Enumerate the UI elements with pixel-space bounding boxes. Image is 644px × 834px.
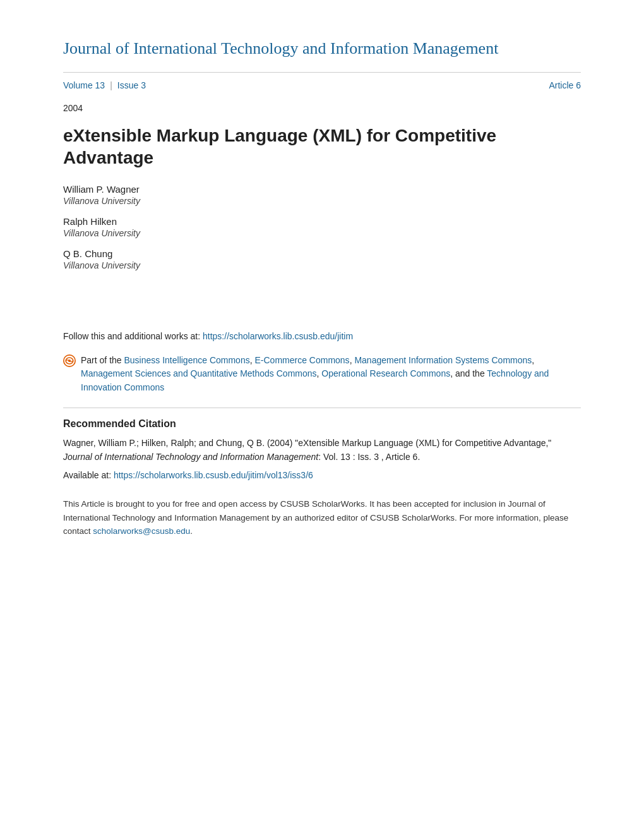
- citation-divider: [63, 408, 581, 408]
- volume-link[interactable]: Volume 13: [63, 80, 105, 90]
- contact-email-link[interactable]: scholarworks@csusb.edu: [93, 526, 190, 536]
- meta-row: Volume 13 | Issue 3 Article 6: [63, 80, 581, 90]
- business-intelligence-commons-link[interactable]: Business Intelligence Commons: [124, 355, 249, 365]
- citation-available: Available at: https://scholarworks.lib.c…: [63, 468, 581, 482]
- author-2: Ralph Hilken Villanova University: [63, 216, 581, 238]
- footer-text: This Article is brought to you for free …: [63, 497, 581, 538]
- article-number: Article 6: [549, 80, 581, 90]
- operational-research-commons-link[interactable]: Operational Research Commons: [321, 368, 450, 378]
- follow-link[interactable]: https://scholarworks.lib.csusb.edu/jitim: [203, 331, 353, 341]
- author-3-name: Q B. Chung: [63, 248, 581, 259]
- ecommerce-commons-link[interactable]: E-Commerce Commons: [254, 355, 349, 365]
- part-of-row: Part of the Business Intelligence Common…: [63, 354, 581, 395]
- citation-text-before: Wagner, William P.; Hilken, Ralph; and C…: [63, 438, 551, 448]
- comma-3: ,: [532, 355, 534, 365]
- author-1: William P. Wagner Villanova University: [63, 184, 581, 206]
- footer-period: .: [190, 526, 193, 536]
- citation-journal-title: Journal of International Technology and …: [63, 452, 318, 462]
- author-2-name: Ralph Hilken: [63, 216, 581, 227]
- author-3-affiliation: Villanova University: [63, 260, 581, 270]
- author-2-affiliation: Villanova University: [63, 228, 581, 238]
- author-1-affiliation: Villanova University: [63, 196, 581, 206]
- follow-text: Follow this and additional works at: htt…: [63, 331, 581, 341]
- mgmt-sci-commons-link[interactable]: Management Sciences and Quantitative Met…: [81, 368, 317, 378]
- recommended-citation-heading: Recommended Citation: [63, 418, 581, 430]
- meta-separator: |: [110, 80, 112, 90]
- title-divider: [63, 72, 581, 73]
- available-link[interactable]: https://scholarworks.lib.csusb.edu/jitim…: [114, 470, 313, 480]
- spacer: [63, 281, 581, 331]
- article-title: eXtensible Markup Language (XML) for Com…: [63, 124, 581, 169]
- commons-icon: [63, 354, 76, 370]
- journal-title: Journal of International Technology and …: [63, 38, 581, 59]
- svg-point-1: [68, 360, 71, 362]
- author-1-name: William P. Wagner: [63, 184, 581, 195]
- citation-text-after: : Vol. 13 : Iss. 3 , Article 6.: [318, 452, 420, 462]
- publication-year: 2004: [63, 103, 581, 113]
- volume-issue: Volume 13 | Issue 3: [63, 80, 146, 90]
- part-of-text: Part of the Business Intelligence Common…: [81, 354, 581, 395]
- citation-body: Wagner, William P.; Hilken, Ralph; and C…: [63, 436, 581, 464]
- issue-link[interactable]: Issue 3: [117, 80, 146, 90]
- part-of-prefix: Part of the: [81, 355, 124, 365]
- mis-commons-link[interactable]: Management Information Systems Commons: [354, 355, 532, 365]
- follow-section: Follow this and additional works at: htt…: [63, 331, 581, 341]
- author-3: Q B. Chung Villanova University: [63, 248, 581, 270]
- and-the: , and the: [450, 368, 487, 378]
- available-prefix: Available at:: [63, 470, 114, 480]
- follow-label: Follow this and additional works at:: [63, 331, 203, 341]
